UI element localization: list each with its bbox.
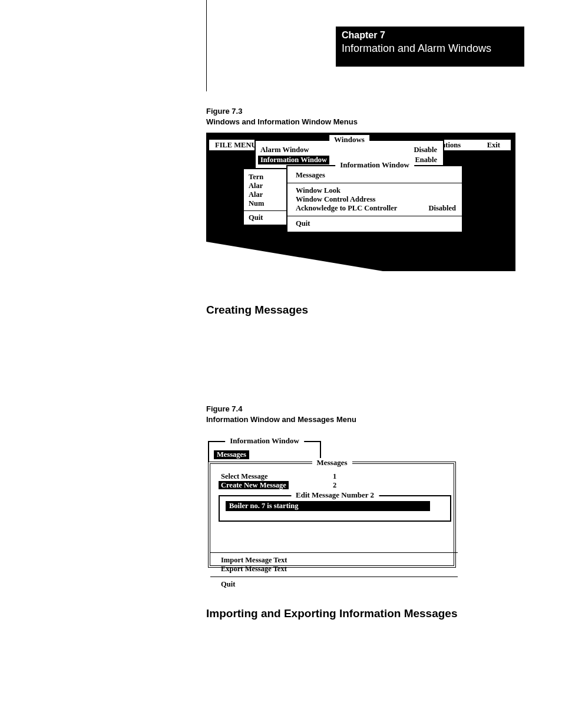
export-message-text[interactable]: Export Message Text bbox=[221, 565, 451, 574]
menu-exit[interactable]: Exit bbox=[487, 140, 500, 150]
messages-box-title: Messages bbox=[312, 458, 352, 467]
info-window-look-item[interactable]: Window Look bbox=[296, 186, 456, 195]
iw-messages-item[interactable]: Messages bbox=[214, 447, 315, 459]
import-export-group: Import Message Text Export Message Text … bbox=[221, 549, 451, 589]
windows-box-title: Windows bbox=[329, 135, 369, 144]
row-label: Acknowledge to PLC Controller bbox=[296, 204, 397, 213]
figure-title: Information Window and Messages Menu bbox=[206, 414, 356, 425]
info-control-address-item[interactable]: Window Control Address bbox=[296, 195, 456, 204]
chapter-number: Chapter 7 bbox=[342, 29, 518, 42]
figure-label: Figure 7.4 bbox=[206, 404, 356, 414]
info-ack-item[interactable]: Acknowledge to PLC Controller Disabled bbox=[296, 204, 456, 213]
chapter-title: Information and Alarm Windows bbox=[342, 42, 518, 55]
edit-box-title: Edit Message Number 2 bbox=[291, 490, 379, 500]
messages-quit[interactable]: Quit bbox=[221, 580, 451, 589]
margin-rule bbox=[206, 0, 207, 91]
row-label: Select Message bbox=[221, 472, 333, 481]
page: Chapter 7 Information and Alarm Windows … bbox=[0, 0, 562, 728]
row-value: 2 bbox=[333, 481, 336, 490]
create-new-message-row[interactable]: Create New Message 2 bbox=[221, 481, 447, 490]
edit-message-field[interactable]: Boiler no. 7 is starting bbox=[226, 501, 430, 511]
info-quit-item[interactable]: Quit bbox=[296, 219, 456, 228]
figure-7-4-caption: Figure 7.4 Information Window and Messag… bbox=[206, 404, 356, 424]
info-box-title: Information Window bbox=[335, 160, 414, 170]
menu-ations[interactable]: ations bbox=[442, 140, 461, 150]
info-messages-item[interactable]: Messages bbox=[296, 171, 456, 180]
import-message-text[interactable]: Import Message Text bbox=[221, 556, 451, 565]
figure-7-3: FILE MENU ations Exit Tern Alar Alar Num… bbox=[206, 133, 515, 271]
figure-title: Windows and Information Window Menus bbox=[206, 117, 358, 127]
iw-box-title: Information Window bbox=[225, 436, 304, 446]
figure-7-4: Information Window Messages Messages Sel… bbox=[206, 439, 457, 572]
page-cut bbox=[206, 242, 383, 271]
heading-creating-messages: Creating Messages bbox=[206, 304, 308, 317]
row-label: Alarm Window bbox=[260, 146, 309, 154]
row-label-selected: Create New Message bbox=[219, 481, 289, 489]
edit-message-box: Edit Message Number 2 Boiler no. 7 is st… bbox=[219, 495, 451, 522]
figure-7-3-caption: Figure 7.3 Windows and Information Windo… bbox=[206, 106, 358, 127]
heading-importing-exporting: Importing and Exporting Information Mess… bbox=[206, 607, 457, 620]
iw-messages-label: Messages bbox=[214, 450, 249, 459]
menu-file[interactable]: FILE MENU bbox=[209, 140, 257, 150]
information-window-menu: Information Window Messages Window Look … bbox=[286, 165, 463, 233]
row-value: Disabled bbox=[428, 204, 456, 213]
figure-label: Figure 7.3 bbox=[206, 106, 358, 117]
row-value: Enable bbox=[415, 156, 437, 164]
row-value: 1 bbox=[333, 472, 336, 481]
row-value: Disable bbox=[414, 146, 437, 154]
row-label-selected: Information Window bbox=[258, 156, 329, 164]
chapter-header: Chapter 7 Information and Alarm Windows bbox=[336, 27, 524, 67]
select-message-row[interactable]: Select Message 1 bbox=[221, 470, 447, 481]
